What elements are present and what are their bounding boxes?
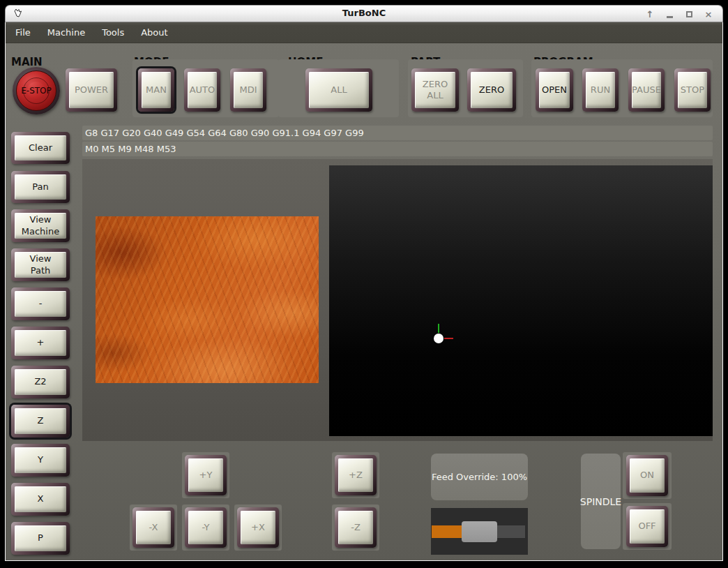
jog-minus-z-button[interactable]: -Z — [335, 507, 377, 548]
feed-override-slider[interactable] — [431, 508, 528, 555]
view-machine-button[interactable]: View Machine — [11, 209, 70, 242]
pan-button[interactable]: Pan — [11, 171, 70, 203]
jog-plus-y-button[interactable]: +Y — [185, 455, 227, 495]
zero-all-button[interactable]: ZERO ALL — [411, 68, 459, 112]
slider-track — [497, 525, 525, 538]
minimize-window-icon[interactable] — [664, 8, 675, 20]
slider-fill-orange — [432, 525, 462, 538]
x-axis-button[interactable]: X — [11, 483, 70, 516]
menu-file[interactable]: File — [15, 27, 31, 38]
zoom-in-button[interactable]: + — [11, 327, 70, 359]
stop-button[interactable]: STOP — [674, 68, 711, 112]
estop-label: E-STOP — [21, 86, 52, 96]
maximize-window-icon[interactable] — [683, 8, 695, 20]
menubar: File Machine Tools About — [6, 22, 722, 43]
spindle-on-button[interactable]: ON — [626, 455, 668, 496]
z2-axis-button[interactable]: Z2 — [11, 366, 70, 398]
shade-window-icon[interactable]: ↑ — [644, 8, 655, 20]
zoom-out-button[interactable]: - — [11, 287, 70, 320]
man-mode-button[interactable]: MAN — [138, 68, 174, 112]
power-button[interactable]: POWER — [66, 68, 117, 112]
pause-button[interactable]: PAUSE — [628, 68, 665, 112]
view-area — [82, 159, 713, 441]
zero-button[interactable]: ZERO — [467, 68, 516, 112]
jog-plus-x-button[interactable]: +X — [237, 507, 279, 548]
window-controls: ↑ × — [640, 7, 718, 21]
jog-minus-y-button[interactable]: -Y — [185, 507, 227, 548]
camera-view-image — [96, 216, 319, 383]
menu-tools[interactable]: Tools — [102, 27, 124, 38]
spindle-panel: SPINDLE — [581, 454, 621, 549]
home-all-button[interactable]: ALL — [305, 68, 372, 112]
menu-machine[interactable]: Machine — [47, 27, 85, 38]
mdi-mode-button[interactable]: MDI — [230, 68, 266, 112]
tool-position-marker — [434, 334, 443, 343]
jog-minus-x-button[interactable]: -X — [132, 507, 174, 548]
application-window: TurBoNC ↑ × File Machine Tools About MAI… — [5, 5, 723, 561]
slider-handle[interactable] — [462, 521, 497, 542]
open-program-button[interactable]: OPEN — [536, 68, 573, 112]
y-axis-button[interactable]: Y — [11, 444, 70, 477]
estop-button[interactable]: E-STOP — [13, 67, 60, 114]
window-title: TurBoNC — [6, 8, 722, 18]
auto-mode-button[interactable]: AUTO — [184, 68, 220, 112]
p-axis-button[interactable]: P — [11, 522, 70, 555]
y-axis-marker-green — [438, 324, 439, 333]
feed-override-label: Feed Override: 100% — [431, 454, 528, 500]
jog-plus-z-button[interactable]: +Z — [335, 455, 377, 495]
spindle-label: SPINDLE — [580, 496, 621, 507]
clear-button[interactable]: Clear — [11, 132, 70, 164]
window-body: File Machine Tools About MAIN MODE HOME … — [5, 22, 723, 561]
close-window-icon[interactable]: × — [703, 8, 714, 20]
mcode-status: M0 M5 M9 M48 M53 — [82, 142, 713, 156]
view-path-button[interactable]: View Path — [11, 248, 70, 281]
spindle-off-button[interactable]: OFF — [626, 506, 668, 547]
z-axis-button[interactable]: Z — [11, 405, 70, 438]
titlebar[interactable]: TurBoNC ↑ × — [5, 5, 723, 22]
x-axis-marker-red — [444, 338, 453, 339]
run-button[interactable]: RUN — [582, 68, 619, 112]
gcode-status: G8 G17 G20 G40 G49 G54 G64 G80 G90 G91.1… — [82, 126, 713, 140]
backplot-3d-view[interactable] — [329, 165, 713, 436]
menu-about[interactable]: About — [141, 27, 167, 38]
